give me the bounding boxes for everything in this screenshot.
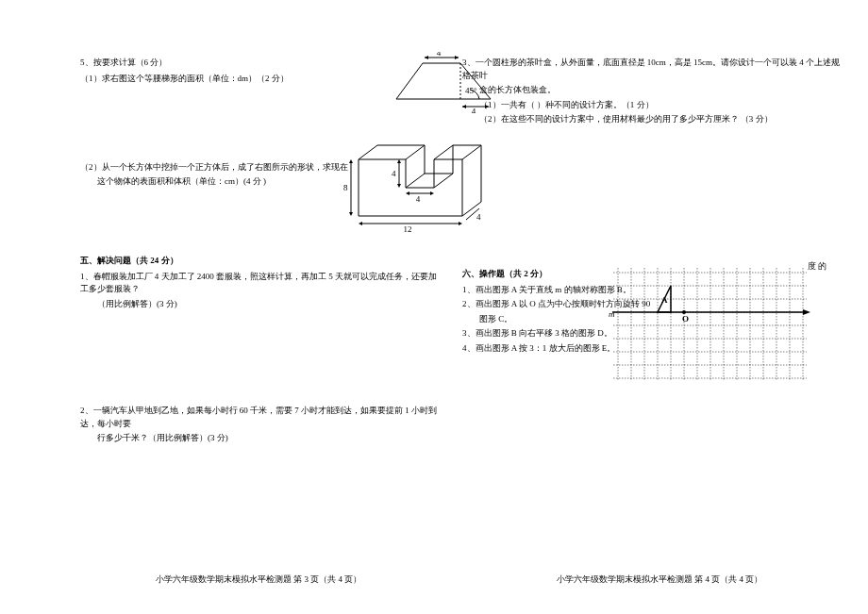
svg-marker-32 bbox=[397, 184, 401, 188]
svg-marker-34 bbox=[406, 191, 409, 195]
q3-sub2: （2）在这些不同的设计方案中，使用材料最少的用了多少平方厘米？ （3 分） bbox=[462, 113, 840, 126]
question-5-2: （2）从一个长方体中挖掉一个正方体后，成了右图所示的形状，求现在 这个物体的表面… bbox=[80, 161, 439, 189]
cuboid-bottom: 12 bbox=[404, 224, 412, 234]
cuboid-height: 8 bbox=[343, 183, 348, 192]
footer-right: 小学六年级数学期末模拟水平检测题 第 4 页（共 4 页） bbox=[557, 573, 762, 586]
cuboid-inner-w: 4 bbox=[416, 194, 421, 204]
cuboid-inner-h: 4 bbox=[392, 169, 396, 178]
op2a-extra: 度 的 bbox=[808, 261, 826, 273]
q3-line2: 盒的长方体包装盒。 bbox=[462, 84, 840, 97]
section-6: 六、操作题（共 2 分） 1、画出图形 A 关于直线 m 的轴对称图形 B。 2… bbox=[462, 268, 840, 356]
svg-marker-28 bbox=[359, 222, 362, 225]
section-5-title: 五、解决问题（共 24 分） bbox=[80, 255, 439, 267]
svg-line-19 bbox=[406, 174, 425, 188]
svg-line-1 bbox=[396, 63, 423, 99]
svg-marker-6 bbox=[425, 56, 428, 59]
grid-figure: A O m bbox=[609, 263, 816, 386]
svg-marker-26 bbox=[349, 212, 353, 216]
s5-q2-line2: 行多少千米？（用比例解答）(3 分) bbox=[80, 432, 439, 445]
q3-line1: 3、一个圆柱形的茶叶盒，从外面量，底面直径是 10cm，高是 15cm。请你设计… bbox=[462, 57, 840, 82]
svg-marker-25 bbox=[349, 159, 353, 163]
svg-marker-35 bbox=[430, 191, 434, 195]
svg-line-13 bbox=[434, 145, 453, 159]
footer-left: 小学六年级数学期末模拟水平检测题 第 3 页（共 4 页） bbox=[156, 573, 361, 586]
s5-q1-line1: 1、春帽服装加工厂 4 天加工了 2400 套服装，照这样计算，再加工 5 天就… bbox=[80, 271, 439, 296]
svg-marker-62 bbox=[803, 309, 810, 315]
svg-line-20 bbox=[434, 174, 453, 188]
svg-marker-7 bbox=[455, 56, 459, 59]
question-5: 5、按要求计算（6 分） （1）求右图这个等腰梯形的面积（单位：dm）（2 分）… bbox=[80, 57, 439, 86]
page-right-column: 3、一个圆柱形的茶叶盒，从外面量，底面直径是 10cm，高是 15cm。请你设计… bbox=[462, 57, 840, 383]
svg-marker-31 bbox=[397, 159, 401, 163]
s5-q2-line1: 2、一辆汽车从甲地到乙地，如果每小时行 60 千米，需要 7 小时才能到达，如果… bbox=[80, 405, 439, 430]
question-s5-2: 2、一辆汽车从甲地到乙地，如果每小时行 60 千米，需要 7 小时才能到达，如果… bbox=[80, 405, 439, 445]
s5-q1-line2: （用比例解答）(3 分) bbox=[80, 298, 439, 311]
grid-label-a: A bbox=[661, 295, 668, 305]
grid-label-o: O bbox=[682, 314, 689, 324]
svg-line-11 bbox=[359, 145, 377, 159]
q3-sub1: （1）一共有（ ）种不同的设计方案。（1 分） bbox=[462, 99, 840, 112]
question-3: 3、一个圆柱形的茶叶盒，从外面量，底面直径是 10cm，高是 15cm。请你设计… bbox=[462, 57, 840, 126]
question-s5-1: 1、春帽服装加工厂 4 天加工了 2400 套服装，照这样计算，再加工 5 天就… bbox=[80, 271, 439, 311]
grid-label-m: m bbox=[609, 309, 615, 319]
page-left-column: 5、按要求计算（6 分） （1）求右图这个等腰梯形的面积（单位：dm）（2 分）… bbox=[80, 57, 439, 502]
trap-top-label: 4 bbox=[437, 52, 442, 58]
svg-line-12 bbox=[406, 145, 425, 159]
